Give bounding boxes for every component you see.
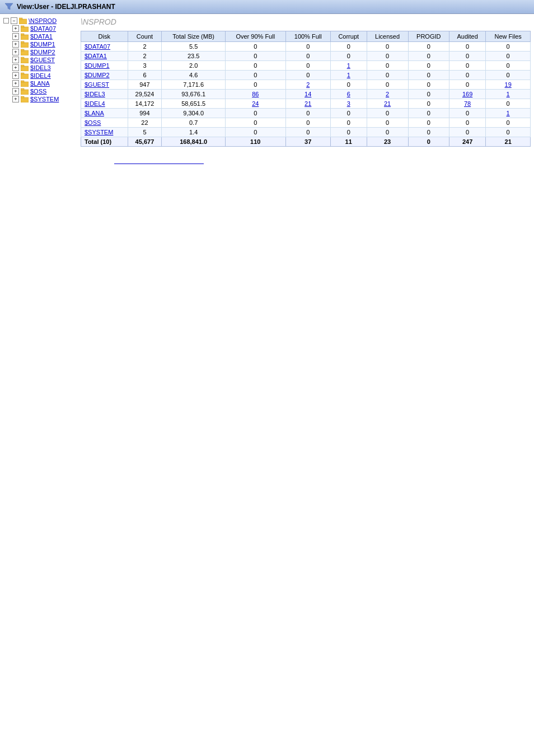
tree-item-label-4[interactable]: $GUEST xyxy=(30,57,55,63)
cell-disk-8[interactable]: $OSS xyxy=(81,118,128,128)
link-disk-9[interactable]: $SYSTEM xyxy=(85,129,113,136)
cell-newFiles-4[interactable]: 19 xyxy=(486,80,531,90)
tree-item[interactable]: + $DATA1 xyxy=(3,33,76,40)
tree-item[interactable]: + $DUMP1 xyxy=(3,41,76,48)
link-licensed-6[interactable]: 21 xyxy=(384,100,391,107)
link-newFiles-7[interactable]: 1 xyxy=(507,110,510,116)
link-full100-6[interactable]: 21 xyxy=(305,100,311,107)
table-row: $DUMP264.60010000 xyxy=(81,71,531,80)
tree-item-label-2[interactable]: $DUMP1 xyxy=(30,41,55,48)
link-disk-4[interactable]: $GUEST xyxy=(85,81,109,88)
link-licensed-5[interactable]: 2 xyxy=(386,91,389,97)
tree-item[interactable]: + $OSS xyxy=(3,88,76,95)
tree-expand-btn-0[interactable]: + xyxy=(12,25,19,32)
link-newFiles-5[interactable]: 1 xyxy=(507,91,510,97)
cell-progid-2: 0 xyxy=(408,61,449,71)
cell-audited-5[interactable]: 169 xyxy=(449,90,485,99)
cell-corrupt-3[interactable]: 1 xyxy=(330,71,367,80)
link-audited-5[interactable]: 169 xyxy=(462,91,472,97)
link-disk-3[interactable]: $DUMP2 xyxy=(85,72,110,78)
tree-item-label-7[interactable]: $LANA xyxy=(30,80,50,87)
link-disk-2[interactable]: $DUMP1 xyxy=(85,62,110,69)
cell-disk-9[interactable]: $SYSTEM xyxy=(81,128,128,137)
cell-disk-3[interactable]: $DUMP2 xyxy=(81,71,128,80)
cell-over90-6[interactable]: 24 xyxy=(226,99,285,109)
cell-progid-9: 0 xyxy=(408,128,449,137)
tree-expand-btn-9[interactable]: + xyxy=(12,96,19,102)
tree-expand-btn-7[interactable]: + xyxy=(12,80,19,87)
svg-rect-4 xyxy=(21,35,29,40)
tree-item[interactable]: + $LANA xyxy=(3,80,76,87)
link-over90-5[interactable]: 86 xyxy=(252,91,259,97)
cell-over90-5[interactable]: 86 xyxy=(226,90,285,99)
link-disk-8[interactable]: $OSS xyxy=(85,119,101,126)
tree-item[interactable]: + $SYSTEM xyxy=(3,96,76,102)
link-corrupt-2[interactable]: 1 xyxy=(347,62,350,69)
cell-disk-1[interactable]: $DATA1 xyxy=(81,52,128,61)
tree-items-container: + $DATA07 + $DATA1 + $DUMP1 + $DUMP2 + xyxy=(3,25,76,102)
tree-item[interactable]: + $DATA07 xyxy=(3,25,76,32)
cell-full100-6[interactable]: 21 xyxy=(285,99,330,109)
tree-root[interactable]: − \NSPROD xyxy=(3,17,76,24)
cell-disk-2[interactable]: $DUMP1 xyxy=(81,61,128,71)
link-over90-6[interactable]: 24 xyxy=(252,100,259,107)
link-disk-1[interactable]: $DATA1 xyxy=(85,53,107,59)
tree-expand-btn-2[interactable]: + xyxy=(12,41,19,48)
link-disk-0[interactable]: $DATA07 xyxy=(85,43,110,50)
cell-full100-4[interactable]: 2 xyxy=(285,80,330,90)
tree-item[interactable]: + $IDEL4 xyxy=(3,72,76,79)
link-corrupt-3[interactable]: 1 xyxy=(347,72,350,78)
svg-rect-14 xyxy=(21,74,29,79)
link-disk-6[interactable]: $IDEL4 xyxy=(85,100,105,107)
tree-item-label-6[interactable]: $IDEL4 xyxy=(30,72,51,79)
link-full100-4[interactable]: 2 xyxy=(306,81,310,88)
cell-full100-9: 0 xyxy=(285,128,330,137)
tree-root-label[interactable]: \NSPROD xyxy=(29,17,57,24)
tree-item[interactable]: + $GUEST xyxy=(3,57,76,63)
tree-item-label-8[interactable]: $OSS xyxy=(30,88,46,95)
root-checkbox[interactable] xyxy=(3,18,9,24)
tree-expand-btn-4[interactable]: + xyxy=(12,57,19,63)
cell-disk-5[interactable]: $IDEL3 xyxy=(81,90,128,99)
tree-item[interactable]: + $IDEL3 xyxy=(3,64,76,71)
cell-full100-5[interactable]: 14 xyxy=(285,90,330,99)
link-corrupt-6[interactable]: 3 xyxy=(347,100,350,107)
link-full100-5[interactable]: 14 xyxy=(305,91,311,97)
table-footer-row: Total (10)45,677168,841.0110371123024721 xyxy=(81,137,531,147)
tree-expand-btn-5[interactable]: + xyxy=(12,64,19,71)
cell-audited-6[interactable]: 78 xyxy=(449,99,485,109)
cell-disk-6[interactable]: $IDEL4 xyxy=(81,99,128,109)
footer-cell-7: 0 xyxy=(408,137,449,147)
cell-count-8: 22 xyxy=(128,118,162,128)
cell-disk-0[interactable]: $DATA07 xyxy=(81,42,128,52)
tree-item-label-1[interactable]: $DATA1 xyxy=(30,33,53,40)
link-disk-7[interactable]: $LANA xyxy=(85,110,104,116)
tree-item-label-9[interactable]: $SYSTEM xyxy=(30,96,59,102)
tree-item-label-5[interactable]: $IDEL3 xyxy=(30,64,51,71)
tree-item-label-0[interactable]: $DATA07 xyxy=(30,25,56,32)
tree-item-label-3[interactable]: $DUMP2 xyxy=(30,49,55,55)
cell-progid-3: 0 xyxy=(408,71,449,80)
cell-disk-4[interactable]: $GUEST xyxy=(81,80,128,90)
cell-corrupt-6[interactable]: 3 xyxy=(330,99,367,109)
svg-rect-3 xyxy=(21,26,24,27)
tree-expand-btn-8[interactable]: + xyxy=(12,88,19,95)
cell-totalSize-5: 93,676.1 xyxy=(162,90,226,99)
cell-licensed-5[interactable]: 2 xyxy=(367,90,408,99)
cell-corrupt-2[interactable]: 1 xyxy=(330,61,367,71)
tree-expand-btn-1[interactable]: + xyxy=(12,33,19,40)
link-audited-6[interactable]: 78 xyxy=(464,100,471,107)
tree-expand-btn-3[interactable]: + xyxy=(12,49,19,55)
link-disk-5[interactable]: $IDEL3 xyxy=(85,91,105,97)
cell-disk-7[interactable]: $LANA xyxy=(81,109,128,118)
cell-count-1: 2 xyxy=(128,52,162,61)
link-corrupt-5[interactable]: 6 xyxy=(347,91,350,97)
root-expand-btn[interactable]: − xyxy=(11,17,17,24)
cell-newFiles-7[interactable]: 1 xyxy=(486,109,531,118)
cell-newFiles-5[interactable]: 1 xyxy=(486,90,531,99)
tree-expand-btn-6[interactable]: + xyxy=(12,72,19,79)
cell-licensed-6[interactable]: 21 xyxy=(367,99,408,109)
tree-item[interactable]: + $DUMP2 xyxy=(3,49,76,55)
cell-corrupt-5[interactable]: 6 xyxy=(330,90,367,99)
link-newFiles-4[interactable]: 19 xyxy=(505,81,512,88)
